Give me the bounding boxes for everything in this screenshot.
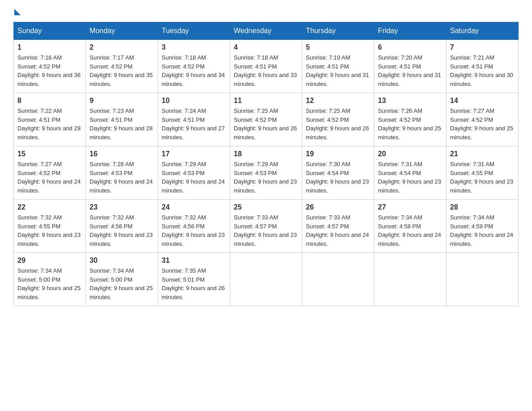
calendar-cell: 19 Sunrise: 7:30 AM Sunset: 4:54 PM Dayl… [302, 146, 374, 200]
logo [13, 9, 21, 13]
calendar-week-4: 22 Sunrise: 7:32 AM Sunset: 4:55 PM Dayl… [14, 200, 519, 253]
col-header-sunday: Sunday [14, 22, 86, 40]
calendar-cell: 25 Sunrise: 7:33 AM Sunset: 4:57 PM Dayl… [230, 200, 302, 253]
calendar-cell: 9 Sunrise: 7:23 AM Sunset: 4:51 PM Dayli… [86, 93, 158, 146]
col-header-monday: Monday [86, 22, 158, 40]
day-info: Sunrise: 7:19 AM Sunset: 4:51 PM Dayligh… [306, 53, 370, 88]
day-info: Sunrise: 7:24 AM Sunset: 4:51 PM Dayligh… [162, 107, 226, 141]
day-number: 15 [17, 150, 82, 158]
day-info: Sunrise: 7:33 AM Sunset: 4:57 PM Dayligh… [234, 213, 298, 248]
calendar-cell [374, 253, 446, 306]
day-number: 4 [234, 43, 298, 51]
day-info: Sunrise: 7:32 AM Sunset: 4:55 PM Dayligh… [17, 213, 82, 248]
day-info: Sunrise: 7:17 AM Sunset: 4:52 PM Dayligh… [90, 53, 154, 88]
calendar-week-3: 15 Sunrise: 7:27 AM Sunset: 4:52 PM Dayl… [14, 146, 519, 200]
calendar-cell: 30 Sunrise: 7:34 AM Sunset: 5:00 PM Dayl… [86, 253, 158, 306]
day-info: Sunrise: 7:21 AM Sunset: 4:51 PM Dayligh… [450, 53, 515, 88]
day-info: Sunrise: 7:34 AM Sunset: 4:58 PM Dayligh… [378, 213, 442, 248]
day-info: Sunrise: 7:32 AM Sunset: 4:56 PM Dayligh… [162, 213, 226, 248]
day-info: Sunrise: 7:35 AM Sunset: 5:01 PM Dayligh… [162, 266, 226, 301]
day-number: 28 [450, 203, 515, 211]
day-number: 30 [90, 257, 154, 265]
day-number: 8 [17, 97, 82, 105]
logo-arrow-icon [14, 9, 21, 15]
calendar-cell: 1 Sunrise: 7:16 AM Sunset: 4:52 PM Dayli… [14, 40, 86, 93]
day-info: Sunrise: 7:18 AM Sunset: 4:52 PM Dayligh… [162, 53, 226, 88]
day-info: Sunrise: 7:29 AM Sunset: 4:53 PM Dayligh… [234, 160, 298, 195]
calendar-cell: 26 Sunrise: 7:33 AM Sunset: 4:57 PM Dayl… [302, 200, 374, 253]
calendar-cell: 6 Sunrise: 7:20 AM Sunset: 4:51 PM Dayli… [374, 40, 446, 93]
day-number: 22 [17, 203, 82, 211]
col-header-tuesday: Tuesday [158, 22, 230, 40]
day-info: Sunrise: 7:28 AM Sunset: 4:53 PM Dayligh… [90, 160, 154, 195]
day-number: 10 [162, 97, 226, 105]
calendar-cell: 13 Sunrise: 7:26 AM Sunset: 4:52 PM Dayl… [374, 93, 446, 146]
calendar-cell: 20 Sunrise: 7:31 AM Sunset: 4:54 PM Dayl… [374, 146, 446, 200]
calendar-cell [446, 253, 519, 306]
day-info: Sunrise: 7:31 AM Sunset: 4:55 PM Dayligh… [450, 160, 515, 195]
calendar-cell: 23 Sunrise: 7:32 AM Sunset: 4:56 PM Dayl… [86, 200, 158, 253]
day-number: 20 [378, 150, 442, 158]
calendar-cell [230, 253, 302, 306]
calendar-cell: 3 Sunrise: 7:18 AM Sunset: 4:52 PM Dayli… [158, 40, 230, 93]
calendar-cell: 31 Sunrise: 7:35 AM Sunset: 5:01 PM Dayl… [158, 253, 230, 306]
calendar-cell: 4 Sunrise: 7:18 AM Sunset: 4:51 PM Dayli… [230, 40, 302, 93]
calendar-cell: 2 Sunrise: 7:17 AM Sunset: 4:52 PM Dayli… [86, 40, 158, 93]
calendar-cell: 18 Sunrise: 7:29 AM Sunset: 4:53 PM Dayl… [230, 146, 302, 200]
calendar-cell: 22 Sunrise: 7:32 AM Sunset: 4:55 PM Dayl… [14, 200, 86, 253]
calendar-week-5: 29 Sunrise: 7:34 AM Sunset: 5:00 PM Dayl… [14, 253, 519, 306]
day-number: 25 [234, 203, 298, 211]
day-number: 21 [450, 150, 515, 158]
day-number: 23 [90, 203, 154, 211]
day-number: 18 [234, 150, 298, 158]
day-number: 17 [162, 150, 226, 158]
calendar-header-row: SundayMondayTuesdayWednesdayThursdayFrid… [14, 22, 519, 40]
day-number: 16 [90, 150, 154, 158]
day-info: Sunrise: 7:18 AM Sunset: 4:51 PM Dayligh… [234, 53, 298, 88]
day-info: Sunrise: 7:26 AM Sunset: 4:52 PM Dayligh… [378, 107, 442, 141]
day-info: Sunrise: 7:22 AM Sunset: 4:51 PM Dayligh… [17, 107, 82, 141]
calendar-cell: 12 Sunrise: 7:25 AM Sunset: 4:52 PM Dayl… [302, 93, 374, 146]
day-number: 9 [90, 97, 154, 105]
day-info: Sunrise: 7:25 AM Sunset: 4:52 PM Dayligh… [234, 107, 298, 141]
calendar-cell: 8 Sunrise: 7:22 AM Sunset: 4:51 PM Dayli… [14, 93, 86, 146]
day-info: Sunrise: 7:34 AM Sunset: 5:00 PM Dayligh… [17, 266, 82, 301]
calendar-week-2: 8 Sunrise: 7:22 AM Sunset: 4:51 PM Dayli… [14, 93, 519, 146]
day-info: Sunrise: 7:31 AM Sunset: 4:54 PM Dayligh… [378, 160, 442, 195]
day-info: Sunrise: 7:16 AM Sunset: 4:52 PM Dayligh… [17, 53, 82, 88]
day-info: Sunrise: 7:29 AM Sunset: 4:53 PM Dayligh… [162, 160, 226, 195]
day-info: Sunrise: 7:25 AM Sunset: 4:52 PM Dayligh… [306, 107, 370, 141]
calendar-cell: 10 Sunrise: 7:24 AM Sunset: 4:51 PM Dayl… [158, 93, 230, 146]
day-info: Sunrise: 7:23 AM Sunset: 4:51 PM Dayligh… [90, 107, 154, 141]
day-info: Sunrise: 7:34 AM Sunset: 4:59 PM Dayligh… [450, 213, 515, 248]
day-info: Sunrise: 7:33 AM Sunset: 4:57 PM Dayligh… [306, 213, 370, 248]
calendar-week-1: 1 Sunrise: 7:16 AM Sunset: 4:52 PM Dayli… [14, 40, 519, 93]
day-info: Sunrise: 7:34 AM Sunset: 5:00 PM Dayligh… [90, 266, 154, 301]
day-number: 24 [162, 203, 226, 211]
col-header-saturday: Saturday [446, 22, 519, 40]
calendar-cell: 11 Sunrise: 7:25 AM Sunset: 4:52 PM Dayl… [230, 93, 302, 146]
day-number: 26 [306, 203, 370, 211]
calendar-cell: 7 Sunrise: 7:21 AM Sunset: 4:51 PM Dayli… [446, 40, 519, 93]
calendar-table: SundayMondayTuesdayWednesdayThursdayFrid… [13, 22, 519, 306]
calendar-cell: 28 Sunrise: 7:34 AM Sunset: 4:59 PM Dayl… [446, 200, 519, 253]
day-info: Sunrise: 7:20 AM Sunset: 4:51 PM Dayligh… [378, 53, 442, 88]
day-number: 12 [306, 97, 370, 105]
calendar-cell: 14 Sunrise: 7:27 AM Sunset: 4:52 PM Dayl… [446, 93, 519, 146]
calendar-cell: 29 Sunrise: 7:34 AM Sunset: 5:00 PM Dayl… [14, 253, 86, 306]
calendar-cell [302, 253, 374, 306]
day-number: 5 [306, 43, 370, 51]
day-number: 3 [162, 43, 226, 51]
day-number: 14 [450, 97, 515, 105]
day-number: 1 [17, 43, 82, 51]
day-info: Sunrise: 7:27 AM Sunset: 4:52 PM Dayligh… [450, 107, 515, 141]
col-header-wednesday: Wednesday [230, 22, 302, 40]
day-number: 6 [378, 43, 442, 51]
col-header-thursday: Thursday [302, 22, 374, 40]
day-number: 19 [306, 150, 370, 158]
calendar-cell: 16 Sunrise: 7:28 AM Sunset: 4:53 PM Dayl… [86, 146, 158, 200]
day-number: 31 [162, 257, 226, 265]
calendar-cell: 27 Sunrise: 7:34 AM Sunset: 4:58 PM Dayl… [374, 200, 446, 253]
day-info: Sunrise: 7:30 AM Sunset: 4:54 PM Dayligh… [306, 160, 370, 195]
day-info: Sunrise: 7:27 AM Sunset: 4:52 PM Dayligh… [17, 160, 82, 195]
